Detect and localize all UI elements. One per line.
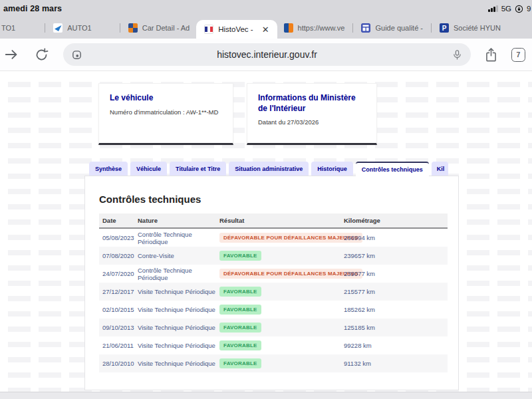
table-row: 28/10/2010 Visite Technique Périodique F… — [99, 354, 448, 372]
table-row: 09/10/2013 Visite Technique Périodique F… — [99, 319, 448, 336]
cell-nature: Visite Technique Périodique — [134, 360, 216, 367]
microphone-icon[interactable] — [452, 49, 463, 61]
browser-toolbar: histovec.interieur.gouv.fr 7 — [0, 39, 532, 71]
cell-nature: Visite Technique Périodique — [134, 306, 216, 313]
tab-label: Guide qualité - — [375, 24, 423, 32]
tab-label: Société HYUN — [454, 24, 501, 32]
status-date: amedi 28 mars — [0, 4, 62, 13]
french-flag-favicon — [204, 25, 213, 34]
cell-nature: Visite Technique Périodique — [134, 342, 216, 349]
guide-qualite-favicon — [361, 23, 370, 33]
auto1-favicon — [53, 23, 63, 33]
table-row: 24/07/2020 Contrôle Technique Périodique… — [99, 265, 448, 283]
reload-icon[interactable] — [35, 48, 49, 62]
browser-tab-guide-qualite[interactable]: Guide qualité - — [361, 23, 423, 33]
forward-icon[interactable] — [4, 47, 19, 62]
cell-date: 28/10/2010 — [99, 360, 134, 367]
tab-separator — [45, 23, 45, 33]
browser-tab-histovec-active[interactable]: HistoVec - ✕ — [196, 20, 277, 39]
col-kilometrage: Kilométrage — [340, 217, 448, 224]
cell-date: 24/07/2020 — [99, 270, 134, 277]
tab-situation-administrative[interactable]: Situation administrative — [229, 162, 309, 176]
section-title: Contrôles techniques — [99, 194, 458, 205]
cell-date: 07/08/2020 — [99, 252, 134, 259]
signal-strength-icon — [488, 5, 498, 12]
table-header: Date Nature Résultat Kilométrage — [99, 213, 448, 229]
browser-tab-auto1[interactable]: AUTO1 — [53, 23, 91, 33]
cell-nature: Contrôle Technique Périodique — [134, 267, 216, 281]
orientation-lock-icon — [515, 5, 523, 13]
tab-titulaire-et-titre[interactable]: Titulaire et Titre — [170, 162, 226, 176]
ministry-card-title: Informations du Ministère de l'Intérieur — [258, 93, 366, 114]
cell-km: 185262 km — [340, 306, 448, 313]
col-nature: Nature — [134, 217, 216, 224]
col-resultat: Résultat — [216, 217, 340, 224]
table-row: 05/08/2023 Contrôle Technique Périodique… — [99, 229, 448, 247]
table-row: 07/08/2020 Contre-Visite FAVORABLE 23965… — [99, 247, 448, 265]
summary-cards: Le véhicule Numéro d'immatriculation : A… — [98, 83, 377, 145]
tab-separator — [352, 23, 353, 33]
network-type-label: 5G — [501, 5, 511, 13]
browser-tab-societe-hyundai[interactable]: P Société HYUN — [440, 23, 501, 33]
page-content: Le véhicule Numéro d'immatriculation : A… — [0, 72, 532, 392]
battery-level: 9 — [527, 5, 532, 13]
histovec-nav-tabs: Synthèse Véhicule Titulaire et Titre Sit… — [89, 162, 448, 176]
tab-label: https://www.ve — [298, 24, 345, 32]
browser-tab-car-detail[interactable]: Car Detail - Ad — [128, 23, 190, 33]
share-icon[interactable] — [484, 47, 498, 63]
url-text[interactable]: histovec.interieur.gouv.fr — [82, 49, 452, 60]
table-row: 21/06/2011 Visite Technique Périodique F… — [99, 336, 448, 354]
cell-date: 21/06/2011 — [99, 342, 134, 349]
car-detail-favicon — [128, 23, 138, 33]
cell-km: 215577 km — [340, 288, 448, 295]
cell-km: 239077 km — [340, 270, 448, 277]
cell-nature: Visite Technique Périodique — [134, 288, 216, 295]
tab-vehicule[interactable]: Véhicule — [130, 162, 167, 176]
table-row: 27/12/2017 Visite Technique Périodique F… — [99, 283, 448, 301]
tab-label: TO1 — [1, 24, 15, 32]
cell-date: 09/10/2013 — [99, 324, 134, 331]
cell-km: 91132 km — [340, 360, 448, 367]
cell-date: 27/12/2017 — [99, 288, 134, 295]
tab-historique[interactable]: Historique — [311, 162, 353, 176]
cell-nature: Contrôle Technique Périodique — [134, 231, 216, 245]
browser-tab-auto1-partial[interactable]: TO1 — [1, 24, 15, 32]
vehicle-card: Le véhicule Numéro d'immatriculation : A… — [98, 83, 233, 145]
vehicle-card-title: Le véhicule — [110, 93, 222, 104]
p-favicon: P — [440, 23, 449, 33]
result-badge: FAVORABLE — [219, 323, 261, 332]
tab-kilometrage-partial[interactable]: Kil — [432, 162, 448, 176]
report-date: Datant du 27/03/2026 — [258, 118, 366, 126]
inspections-table: Date Nature Résultat Kilométrage 05/08/2… — [99, 213, 448, 372]
cell-date: 05/08/2023 — [99, 234, 134, 241]
url-bar[interactable]: histovec.interieur.gouv.fr — [63, 43, 471, 66]
close-tab-icon[interactable]: ✕ — [262, 25, 269, 35]
col-date: Date — [99, 217, 134, 224]
ve-favicon — [284, 23, 293, 33]
result-badge: FAVORABLE — [219, 340, 261, 350]
tab-count-button[interactable]: 7 — [511, 48, 525, 62]
result-badge: FAVORABLE — [219, 251, 261, 261]
cell-nature: Contre-Visite — [134, 252, 216, 259]
result-badge: FAVORABLE — [219, 287, 261, 297]
tab-separator — [120, 23, 120, 33]
tab-synthese[interactable]: Synthèse — [89, 162, 128, 176]
ministry-info-card: Informations du Ministère de l'Intérieur… — [247, 83, 377, 145]
bottom-strip — [0, 392, 532, 399]
result-badge: FAVORABLE — [219, 358, 261, 368]
table-row: 02/10/2015 Visite Technique Périodique F… — [99, 301, 448, 319]
cell-nature: Visite Technique Périodique — [134, 324, 216, 331]
tab-controles-techniques[interactable]: Contrôles techniques — [356, 162, 429, 176]
controles-techniques-panel: Contrôles techniques Date Nature Résulta… — [84, 176, 459, 390]
result-badge: FAVORABLE — [219, 305, 261, 315]
lens-icon[interactable] — [71, 49, 82, 61]
cell-km: 125185 km — [340, 324, 448, 331]
browser-tab-ve[interactable]: https://www.ve — [284, 23, 345, 33]
registration-number: Numéro d'immatriculation : AW-1**-MD — [110, 108, 222, 116]
status-bar: amedi 28 mars 5G 9 — [0, 0, 532, 17]
tab-label: Car Detail - Ad — [142, 24, 190, 32]
tab-label: AUTO1 — [67, 24, 91, 32]
screen: amedi 28 mars 5G 9 TO1 AUTO1 Car Detail — [0, 0, 532, 399]
tab-label: HistoVec - — [218, 25, 253, 33]
cell-km: 266994 km — [340, 234, 448, 241]
